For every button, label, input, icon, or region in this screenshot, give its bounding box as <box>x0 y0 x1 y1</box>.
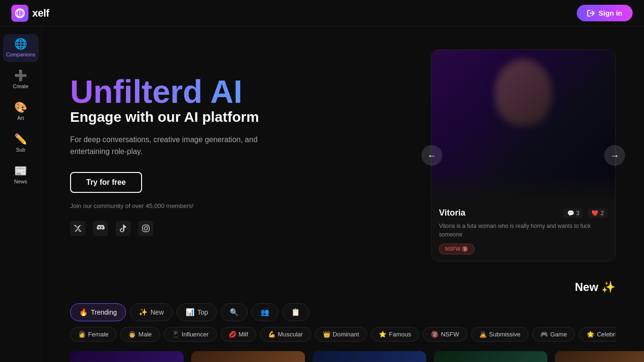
blurred-face <box>495 59 552 126</box>
instagram-icon[interactable] <box>138 221 153 236</box>
famous-label: Famous <box>389 331 411 338</box>
sidebar-label-news: News <box>14 179 27 184</box>
nsfw-icon: 🔞 <box>431 331 438 338</box>
influencer-icon: 📱 <box>172 331 179 338</box>
influencer-label: Influencer <box>182 331 209 338</box>
card-name: Vitoria <box>439 208 465 218</box>
filter-tab-new-label: New <box>151 308 164 316</box>
main-content: Unfilterd AI Engage with our AI platform… <box>42 27 644 362</box>
sidebar-item-create[interactable]: ➕ Create <box>3 66 39 94</box>
list-item[interactable] <box>313 351 426 362</box>
logo[interactable]: xelf <box>11 5 49 22</box>
female-icon: 👩 <box>78 331 86 338</box>
list-item[interactable] <box>191 351 305 362</box>
filter-tab-top-label: Top <box>197 308 208 316</box>
nsfw-badge[interactable]: NSFW 🔞 <box>439 244 474 254</box>
tag-nsfw[interactable]: 🔞 NSFW <box>423 327 467 342</box>
hero-title-main: Unfilterd AI <box>70 75 335 109</box>
character-card: Vitoria 💬 3 ❤️ 2 <box>431 49 616 262</box>
card-stat-likes: ❤️ 2 <box>588 208 608 218</box>
list-item[interactable] <box>70 351 184 362</box>
male-icon: 👨 <box>128 331 136 338</box>
svg-point-4 <box>144 226 148 230</box>
new-icon: ✨ <box>139 308 148 317</box>
hero-description: For deep conversations, creative image g… <box>70 134 288 158</box>
filter-tabs-row: 🔥 Trending ✨ New 📊 Top 🔍 👥 <box>70 303 616 323</box>
tag-male[interactable]: 👨 Male <box>120 327 160 342</box>
tag-famous[interactable]: ⭐ Famous <box>371 327 419 342</box>
hero-title-sub: Engage with our AI platform <box>70 109 335 125</box>
muscular-icon: 💪 <box>268 331 276 338</box>
dominant-label: Dominant <box>333 331 359 338</box>
section-header: New ✨ <box>42 281 644 294</box>
news-icon: 📰 <box>14 166 27 176</box>
sidebar-item-art[interactable]: 🎨 Art <box>3 98 39 126</box>
next-card-button[interactable]: → <box>604 145 625 166</box>
sub-icon: ✏️ <box>14 134 27 145</box>
celebrity-label: Celebrity <box>597 331 616 338</box>
game-icon: 🎮 <box>540 331 548 338</box>
sidebar-item-sub[interactable]: ✏️ Sub <box>3 129 39 157</box>
filter-tab-trending[interactable]: 🔥 Trending <box>70 303 126 321</box>
tag-game[interactable]: 🎮 Game <box>532 327 575 342</box>
tag-chips-row: 👩 Female 👨 Male 📱 Influencer 💋 Milf 💪 <box>70 327 616 344</box>
list-item[interactable] <box>434 351 547 362</box>
companions-icon: 🌐 <box>14 39 27 49</box>
hero-section: Unfilterd AI Engage with our AI platform… <box>42 27 644 281</box>
character-grid <box>42 351 644 362</box>
hero-right: ← Vitoria 💬 <box>431 49 616 262</box>
discord-icon[interactable] <box>93 221 108 236</box>
sidebar-label-sub: Sub <box>16 147 26 153</box>
filter-tab-multichar[interactable]: 👥 <box>251 303 278 321</box>
nsfw-label: NSFW <box>441 331 459 338</box>
prev-card-button[interactable]: ← <box>421 145 442 166</box>
tag-female[interactable]: 👩 Female <box>70 327 116 342</box>
card-description: Vitoria is a futa woman who is really ho… <box>439 222 608 239</box>
tag-submissive[interactable]: 🙇 Submissive <box>471 327 528 342</box>
card-info: Vitoria 💬 3 ❤️ 2 <box>431 201 615 261</box>
submissive-icon: 🙇 <box>479 331 487 338</box>
sidebar: 🌐 Companions ➕ Create 🎨 Art ✏️ Sub 📰 New… <box>0 27 42 362</box>
tag-celebrity[interactable]: 🌟 Celebrity <box>579 327 616 342</box>
filter-section: 🔥 Trending ✨ New 📊 Top 🔍 👥 <box>42 303 644 344</box>
tag-muscular[interactable]: 💪 Muscular <box>260 327 311 342</box>
svg-point-5 <box>147 226 148 227</box>
tiktok-icon[interactable] <box>116 221 131 236</box>
dominant-icon: 👑 <box>323 331 331 338</box>
muscular-label: Muscular <box>278 331 303 338</box>
famous-icon: ⭐ <box>379 331 386 338</box>
game-label: Game <box>550 331 567 338</box>
layout: 🌐 Companions ➕ Create 🎨 Art ✏️ Sub 📰 New… <box>0 27 644 362</box>
twitter-icon[interactable] <box>70 221 85 236</box>
trending-icon: 🔥 <box>79 308 88 317</box>
create-icon: ➕ <box>14 71 27 81</box>
list-item[interactable] <box>555 351 644 362</box>
filter-tab-custom[interactable]: 📋 <box>282 303 309 321</box>
messages-icon: 💬 <box>567 210 574 217</box>
sidebar-item-news[interactable]: 📰 News <box>3 161 39 189</box>
filter-tab-top[interactable]: 📊 Top <box>177 303 217 321</box>
milf-icon: 💋 <box>229 331 236 338</box>
likes-count: 2 <box>600 210 604 217</box>
messages-count: 3 <box>576 210 580 217</box>
filter-tab-search[interactable]: 🔍 <box>221 303 248 321</box>
filter-tab-new[interactable]: ✨ New <box>130 303 173 321</box>
custom-icon: 📋 <box>291 308 300 317</box>
tag-milf[interactable]: 💋 Milf <box>221 327 256 342</box>
tag-dominant[interactable]: 👑 Dominant <box>315 327 367 342</box>
female-label: Female <box>88 331 108 338</box>
likes-icon: ❤️ <box>591 210 599 217</box>
sidebar-item-companions[interactable]: 🌐 Companions <box>3 34 39 62</box>
try-for-free-button[interactable]: Try for free <box>70 172 142 193</box>
milf-label: Milf <box>239 331 248 338</box>
character-silhouette <box>431 50 615 201</box>
topnav: xelf Sign in <box>0 0 644 27</box>
filter-tab-trending-label: Trending <box>91 308 117 316</box>
tag-influencer[interactable]: 📱 Influencer <box>164 327 217 342</box>
logo-text: xelf <box>32 7 49 19</box>
svg-rect-3 <box>143 225 149 232</box>
search-icon: 🔍 <box>230 308 239 317</box>
submissive-label: Submissive <box>489 331 520 338</box>
sidebar-label-art: Art <box>17 115 24 121</box>
signin-button[interactable]: Sign in <box>577 5 633 21</box>
